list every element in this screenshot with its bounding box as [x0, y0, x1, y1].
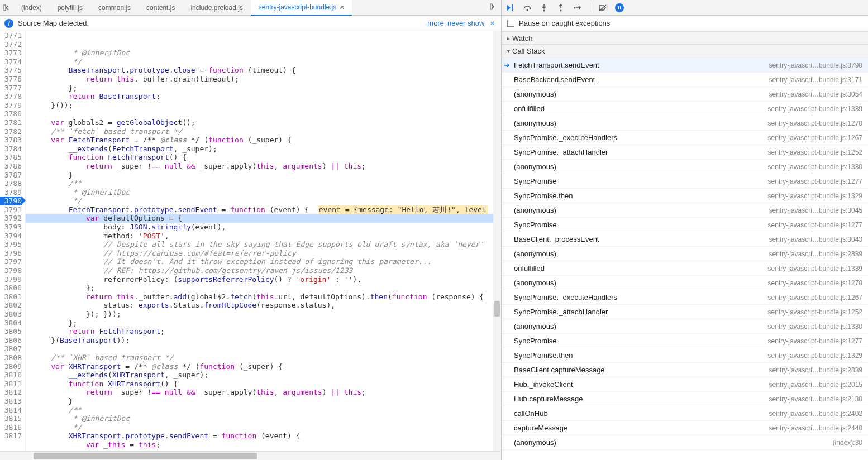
infobar-never-link[interactable]: never show	[447, 19, 484, 27]
line-number[interactable]: 3775	[0, 66, 22, 75]
code-line[interactable]: function FetchTransport() {	[34, 153, 501, 162]
code-line[interactable]: return this._buffer.add(global$2.fetch(t…	[34, 293, 501, 301]
stack-frame[interactable]: ➔FetchTransport.sendEventsentry-javascri…	[502, 58, 868, 73]
line-number[interactable]: 3773	[0, 49, 22, 58]
line-number[interactable]: 3790	[0, 197, 22, 205]
code-line[interactable]: // REF: https://github.com/getsentry/rav…	[34, 266, 501, 275]
line-number[interactable]: 3782	[0, 127, 22, 136]
line-number[interactable]: 3788	[0, 179, 22, 188]
step-into-icon[interactable]	[540, 3, 549, 12]
line-number[interactable]: 3779	[0, 101, 22, 110]
stack-frame[interactable]: (anonymous)sentry-javascript-bundle.js:1…	[502, 160, 868, 174]
code-line[interactable]: /** `XHR` based transport */	[34, 353, 501, 362]
code-line[interactable]: var _this = this;	[34, 440, 501, 449]
code-line[interactable]: };	[34, 319, 501, 328]
stack-frame[interactable]: Hub._invokeClientsentry-javascri…bundle.…	[502, 377, 868, 392]
code-line[interactable]: FetchTransport.prototype.sendEvent = fun…	[34, 205, 501, 214]
stack-frame[interactable]: (anonymous)sentry-javascri…bundle.js:283…	[502, 247, 868, 261]
code-line[interactable]: */	[34, 58, 501, 66]
code-line[interactable]: __extends(FetchTransport, _super);	[34, 145, 501, 154]
editor-hscrollbar[interactable]	[0, 451, 501, 460]
code-line[interactable]	[34, 109, 501, 118]
tab-polyfill-js[interactable]: polyfill.js	[50, 0, 90, 16]
line-number[interactable]: 3817	[0, 432, 22, 440]
code-line[interactable]: /**	[34, 406, 501, 415]
line-number[interactable]: 3789	[0, 188, 22, 197]
stack-frame[interactable]: (anonymous)(index):30	[502, 435, 868, 450]
tab-content-js[interactable]: content.js	[139, 0, 183, 16]
line-number[interactable]: 3803	[0, 310, 22, 319]
code-line[interactable]: * @inheritDoc	[34, 49, 501, 58]
stack-frame[interactable]: (anonymous)sentry-javascript-bundle.js:1…	[502, 116, 868, 131]
line-number[interactable]: 3771	[0, 31, 22, 40]
source-editor[interactable]: 3771377237733774377537763777377837793780…	[0, 31, 501, 451]
line-number[interactable]: 3795	[0, 240, 22, 249]
resume-icon[interactable]	[506, 3, 515, 12]
stack-frame[interactable]: SyncPromise.thensentry-javascript-bundle…	[502, 348, 868, 363]
code-line[interactable]: BaseTransport.prototype.close = function…	[34, 66, 501, 75]
step-icon[interactable]	[573, 3, 582, 12]
code-line[interactable]: return BaseTransport;	[34, 92, 501, 101]
stack-frame[interactable]: BaseClient.captureMessagesentry-javascri…	[502, 363, 868, 377]
code-line[interactable]: */	[34, 197, 501, 205]
line-number[interactable]: 3783	[0, 136, 22, 145]
line-number[interactable]: 3808	[0, 353, 22, 362]
code-line[interactable]: }	[34, 397, 501, 406]
stack-frame[interactable]: onfulfilledsentry-javascript-bundle.js:1…	[502, 261, 868, 276]
line-number[interactable]: 3798	[0, 266, 22, 275]
stack-frame[interactable]: SyncPromisesentry-javascript-bundle.js:1…	[502, 174, 868, 189]
line-number[interactable]: 3792	[0, 214, 22, 223]
stack-frame[interactable]: onfulfilledsentry-javascript-bundle.js:1…	[502, 102, 868, 116]
code-line[interactable]: __extends(XHRTransport, _super);	[34, 371, 501, 380]
checkbox-icon[interactable]	[507, 20, 514, 27]
line-number[interactable]: 3787	[0, 171, 22, 180]
code-line[interactable]: * @inheritDoc	[34, 188, 501, 197]
line-number[interactable]: 3781	[0, 118, 22, 127]
stack-frame[interactable]: SyncPromise._executeHandlerssentry-javas…	[502, 290, 868, 305]
line-number[interactable]: 3785	[0, 153, 22, 162]
code-line[interactable]: var global$2 = getGlobalObject();	[34, 118, 501, 127]
code-line[interactable]: */	[34, 423, 501, 432]
line-number[interactable]: 3809	[0, 362, 22, 371]
line-number[interactable]: 3786	[0, 162, 22, 171]
stack-frame[interactable]: SyncPromisesentry-javascript-bundle.js:1…	[502, 334, 868, 348]
tab-overflow[interactable]	[485, 3, 501, 12]
stack-frame[interactable]: captureMessagesentry-javascri…bundle.js:…	[502, 421, 868, 435]
code-line[interactable]: // https://caniuse.com/#feat=referrer-po…	[34, 249, 501, 258]
line-number[interactable]: 3791	[0, 205, 22, 214]
close-icon[interactable]: ×	[488, 19, 497, 27]
code-line[interactable]: var FetchTransport = /** @class */ (func…	[34, 136, 501, 145]
stack-frame[interactable]: SyncPromise._executeHandlerssentry-javas…	[502, 131, 868, 145]
code-line[interactable]: }); }));	[34, 310, 501, 319]
line-number[interactable]: 3797	[0, 257, 22, 266]
code-area[interactable]: * @inheritDoc */ BaseTransport.prototype…	[26, 31, 501, 451]
tab-sentry-javascript-bundle-js[interactable]: sentry-javascript-bundle.js×	[251, 0, 352, 16]
stack-frame[interactable]: SyncPromisesentry-javascript-bundle.js:1…	[502, 218, 868, 232]
tab-include-preload-js[interactable]: include.preload.js	[183, 0, 250, 16]
code-line[interactable]: var XHRTransport = /** @class */ (functi…	[34, 362, 501, 371]
stack-frame[interactable]: SyncPromise._attachHandlersentry-javascr…	[502, 145, 868, 160]
line-number[interactable]: 3805	[0, 327, 22, 336]
tab-nav-prev[interactable]	[0, 1, 13, 15]
callstack-section[interactable]: ▾ Call Stack	[502, 45, 868, 58]
line-number[interactable]: 3804	[0, 319, 22, 328]
code-line[interactable]: }(BaseTransport));	[34, 336, 501, 345]
line-number[interactable]: 3800	[0, 284, 22, 293]
line-number[interactable]: 3811	[0, 380, 22, 389]
line-number[interactable]: 3794	[0, 232, 22, 241]
code-line[interactable]: var defaultOptions = {	[26, 214, 501, 223]
code-line[interactable]: function XHRTransport() {	[34, 380, 501, 389]
code-line[interactable]: // It doesn't. And it throw exception in…	[34, 257, 501, 266]
code-line[interactable]: }	[34, 171, 501, 180]
code-line[interactable]	[34, 344, 501, 353]
tab-common-js[interactable]: common.js	[90, 0, 139, 16]
line-number[interactable]: 3796	[0, 249, 22, 258]
step-out-icon[interactable]	[556, 3, 565, 12]
line-number[interactable]: 3776	[0, 75, 22, 84]
line-number[interactable]: 3807	[0, 344, 22, 353]
stack-frame[interactable]: (anonymous)sentry-javascri…bundle.js:304…	[502, 203, 868, 218]
line-number[interactable]: 3806	[0, 336, 22, 345]
stack-frame[interactable]: (anonymous)sentry-javascri…bundle.js:305…	[502, 87, 868, 102]
stack-frame[interactable]: SyncPromise._attachHandlersentry-javascr…	[502, 305, 868, 319]
stack-frame[interactable]: (anonymous)sentry-javascript-bundle.js:1…	[502, 319, 868, 334]
